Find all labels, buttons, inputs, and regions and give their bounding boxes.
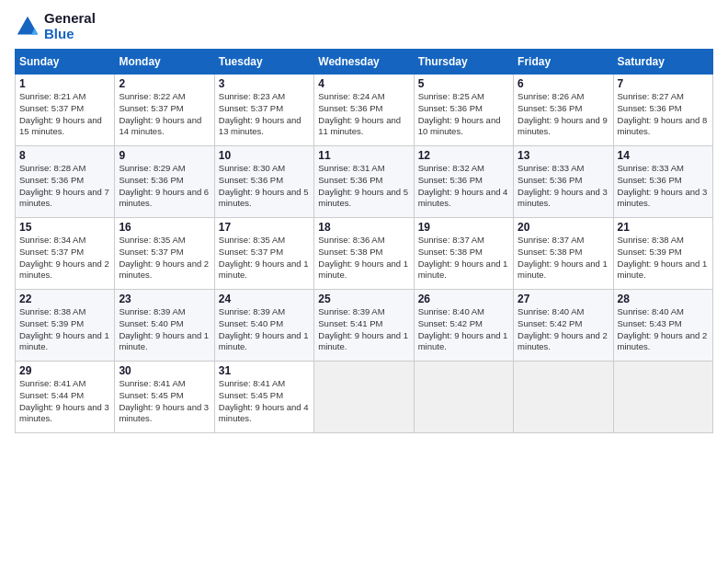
day-number: 21 [618,221,709,234]
calendar-cell: 27 Sunrise: 8:40 AMSunset: 5:42 PMDaylig… [514,290,613,362]
day-number: 9 [119,149,210,162]
calendar-header-wednesday: Wednesday [314,50,414,75]
calendar-cell: 3 Sunrise: 8:23 AMSunset: 5:37 PMDayligh… [214,75,313,146]
calendar-cell [613,362,712,433]
calendar-cell [514,362,613,433]
day-number: 26 [418,293,509,305]
day-info: Sunrise: 8:30 AMSunset: 5:36 PMDaylight:… [219,163,310,210]
day-info: Sunrise: 8:27 AMSunset: 5:36 PMDaylight:… [618,91,709,138]
calendar-header-sunday: Sunday [16,50,115,75]
day-info: Sunrise: 8:23 AMSunset: 5:37 PMDaylight:… [219,91,310,138]
day-info: Sunrise: 8:22 AMSunset: 5:37 PMDaylight:… [119,91,210,138]
day-info: Sunrise: 8:26 AMSunset: 5:36 PMDaylight:… [518,91,609,138]
calendar-cell: 26 Sunrise: 8:40 AMSunset: 5:42 PMDaylig… [414,290,513,362]
day-info: Sunrise: 8:40 AMSunset: 5:43 PMDaylight:… [618,306,709,353]
day-number: 5 [418,77,509,90]
day-info: Sunrise: 8:41 AMSunset: 5:44 PMDaylight:… [19,378,110,425]
calendar-cell: 5 Sunrise: 8:25 AMSunset: 5:36 PMDayligh… [414,75,513,146]
calendar-cell: 23 Sunrise: 8:39 AMSunset: 5:40 PMDaylig… [115,290,214,362]
logo-text: General Blue [44,11,96,41]
calendar-cell: 12 Sunrise: 8:32 AMSunset: 5:36 PMDaylig… [414,146,513,218]
day-number: 23 [119,293,210,305]
day-number: 19 [418,221,509,234]
calendar-cell: 8 Sunrise: 8:28 AMSunset: 5:36 PMDayligh… [16,146,115,218]
calendar-cell: 28 Sunrise: 8:40 AMSunset: 5:43 PMDaylig… [613,290,712,362]
day-number: 16 [119,221,210,234]
day-info: Sunrise: 8:32 AMSunset: 5:36 PMDaylight:… [418,163,509,210]
logo: General Blue [15,11,96,41]
calendar-cell: 6 Sunrise: 8:26 AMSunset: 5:36 PMDayligh… [514,75,613,146]
day-info: Sunrise: 8:39 AMSunset: 5:40 PMDaylight:… [219,306,310,353]
calendar-cell: 24 Sunrise: 8:39 AMSunset: 5:40 PMDaylig… [214,290,313,362]
calendar-week-2: 8 Sunrise: 8:28 AMSunset: 5:36 PMDayligh… [16,146,713,218]
day-info: Sunrise: 8:36 AMSunset: 5:38 PMDaylight:… [318,235,409,282]
day-number: 30 [119,364,210,377]
day-info: Sunrise: 8:25 AMSunset: 5:36 PMDaylight:… [418,91,509,138]
day-number: 12 [418,149,509,162]
day-info: Sunrise: 8:24 AMSunset: 5:36 PMDaylight:… [318,91,409,138]
calendar-cell: 11 Sunrise: 8:31 AMSunset: 5:36 PMDaylig… [314,146,414,218]
day-number: 29 [19,364,110,377]
calendar-cell: 1 Sunrise: 8:21 AMSunset: 5:37 PMDayligh… [16,75,115,146]
calendar-cell [314,362,414,433]
day-number: 17 [219,221,310,234]
logo-icon [15,14,40,40]
calendar-week-4: 22 Sunrise: 8:38 AMSunset: 5:39 PMDaylig… [16,290,713,362]
calendar-table: SundayMondayTuesdayWednesdayThursdayFrid… [15,49,713,433]
day-info: Sunrise: 8:40 AMSunset: 5:42 PMDaylight:… [418,306,509,353]
calendar-cell: 31 Sunrise: 8:41 AMSunset: 5:45 PMDaylig… [214,362,313,433]
day-info: Sunrise: 8:33 AMSunset: 5:36 PMDaylight:… [518,163,609,210]
day-number: 11 [318,149,409,162]
calendar-cell: 18 Sunrise: 8:36 AMSunset: 5:38 PMDaylig… [314,218,414,290]
day-info: Sunrise: 8:28 AMSunset: 5:36 PMDaylight:… [19,163,110,210]
calendar-header-saturday: Saturday [613,50,712,75]
page-container: General Blue SundayMondayTuesdayWednesda… [0,0,728,441]
day-number: 1 [19,77,110,90]
calendar-week-3: 15 Sunrise: 8:34 AMSunset: 5:37 PMDaylig… [16,218,713,290]
day-info: Sunrise: 8:37 AMSunset: 5:38 PMDaylight:… [518,235,609,282]
day-number: 3 [219,77,310,90]
day-info: Sunrise: 8:35 AMSunset: 5:37 PMDaylight:… [219,235,310,282]
calendar-cell: 25 Sunrise: 8:39 AMSunset: 5:41 PMDaylig… [314,290,414,362]
calendar-cell: 15 Sunrise: 8:34 AMSunset: 5:37 PMDaylig… [16,218,115,290]
day-number: 22 [19,293,110,305]
day-info: Sunrise: 8:34 AMSunset: 5:37 PMDaylight:… [19,235,110,282]
calendar-cell: 13 Sunrise: 8:33 AMSunset: 5:36 PMDaylig… [514,146,613,218]
day-number: 6 [518,77,609,90]
day-info: Sunrise: 8:39 AMSunset: 5:41 PMDaylight:… [318,306,409,353]
day-number: 25 [318,293,409,305]
day-number: 10 [219,149,310,162]
calendar-week-5: 29 Sunrise: 8:41 AMSunset: 5:44 PMDaylig… [16,362,713,433]
day-info: Sunrise: 8:41 AMSunset: 5:45 PMDaylight:… [219,378,310,425]
calendar-header-monday: Monday [115,50,214,75]
calendar-header-tuesday: Tuesday [214,50,313,75]
day-info: Sunrise: 8:29 AMSunset: 5:36 PMDaylight:… [119,163,210,210]
calendar-cell: 29 Sunrise: 8:41 AMSunset: 5:44 PMDaylig… [16,362,115,433]
calendar-cell: 19 Sunrise: 8:37 AMSunset: 5:38 PMDaylig… [414,218,513,290]
calendar-cell: 10 Sunrise: 8:30 AMSunset: 5:36 PMDaylig… [214,146,313,218]
calendar-header-row: SundayMondayTuesdayWednesdayThursdayFrid… [16,50,713,75]
calendar-cell [414,362,513,433]
day-info: Sunrise: 8:40 AMSunset: 5:42 PMDaylight:… [518,306,609,353]
day-number: 18 [318,221,409,234]
calendar-cell: 7 Sunrise: 8:27 AMSunset: 5:36 PMDayligh… [613,75,712,146]
day-info: Sunrise: 8:31 AMSunset: 5:36 PMDaylight:… [318,163,409,210]
calendar-header-thursday: Thursday [414,50,513,75]
day-number: 31 [219,364,310,377]
calendar-cell: 2 Sunrise: 8:22 AMSunset: 5:37 PMDayligh… [115,75,214,146]
calendar-cell: 16 Sunrise: 8:35 AMSunset: 5:37 PMDaylig… [115,218,214,290]
day-number: 4 [318,77,409,90]
day-number: 15 [19,221,110,234]
calendar-week-1: 1 Sunrise: 8:21 AMSunset: 5:37 PMDayligh… [16,75,713,146]
day-info: Sunrise: 8:38 AMSunset: 5:39 PMDaylight:… [618,235,709,282]
calendar-cell: 30 Sunrise: 8:41 AMSunset: 5:45 PMDaylig… [115,362,214,433]
day-number: 24 [219,293,310,305]
day-number: 14 [618,149,709,162]
calendar-cell: 9 Sunrise: 8:29 AMSunset: 5:36 PMDayligh… [115,146,214,218]
day-number: 28 [618,293,709,305]
day-info: Sunrise: 8:41 AMSunset: 5:45 PMDaylight:… [119,378,210,425]
day-number: 27 [518,293,609,305]
calendar-cell: 21 Sunrise: 8:38 AMSunset: 5:39 PMDaylig… [613,218,712,290]
calendar-header-friday: Friday [514,50,613,75]
day-number: 20 [518,221,609,234]
